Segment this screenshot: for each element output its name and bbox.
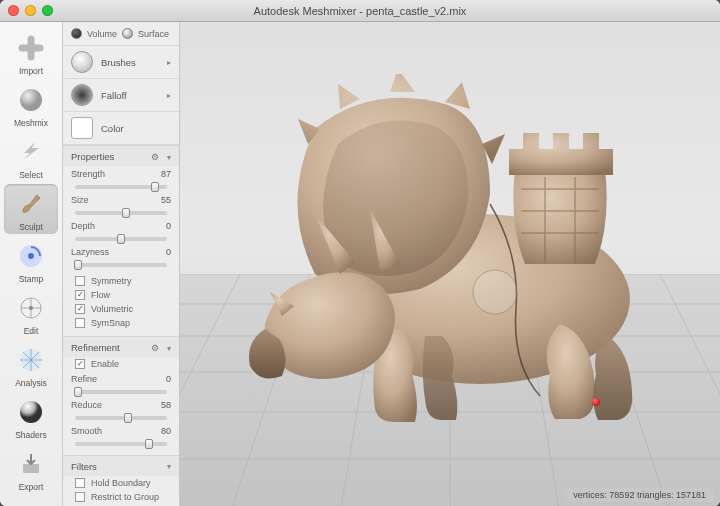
chevron-down-icon: ▾ bbox=[167, 344, 171, 353]
select-tool[interactable]: Select bbox=[4, 132, 58, 182]
shader-sphere-icon bbox=[14, 395, 48, 429]
export-icon bbox=[14, 447, 48, 481]
svg-point-2 bbox=[28, 253, 34, 259]
app-window: Autodesk Meshmixer - penta_castle_v2.mix… bbox=[0, 0, 720, 506]
print-tool[interactable]: Print bbox=[4, 496, 58, 506]
chevron-right-icon: ▸ bbox=[167, 58, 171, 67]
refine-row: Refine 0 bbox=[63, 371, 179, 387]
svg-point-27 bbox=[473, 270, 517, 314]
reduce-row: Reduce 58 bbox=[63, 397, 179, 413]
filters-header[interactable]: Filters ▾ bbox=[63, 455, 179, 476]
triceratops-model bbox=[220, 74, 680, 454]
zoom-window-button[interactable] bbox=[42, 5, 53, 16]
titlebar: Autodesk Meshmixer - penta_castle_v2.mix bbox=[0, 0, 720, 22]
refine-slider[interactable] bbox=[75, 390, 167, 394]
depth-slider[interactable] bbox=[75, 237, 167, 241]
gizmo-marker bbox=[592, 398, 600, 406]
brush-icon bbox=[14, 187, 48, 221]
lazyness-slider[interactable] bbox=[75, 263, 167, 267]
stamp-icon bbox=[14, 239, 48, 273]
svg-point-0 bbox=[20, 89, 42, 111]
traffic-lights bbox=[8, 5, 53, 16]
edit-icon bbox=[14, 291, 48, 325]
color-picker[interactable]: Color bbox=[63, 112, 179, 145]
color-swatch-icon bbox=[71, 117, 93, 139]
volume-mode-toggle[interactable] bbox=[71, 28, 82, 39]
lazyness-row: Lazyness 0 bbox=[63, 244, 179, 260]
brushes-picker[interactable]: Brushes ▸ bbox=[63, 46, 179, 79]
gear-icon: ⚙ bbox=[151, 343, 159, 353]
chevron-down-icon: ▾ bbox=[167, 153, 171, 162]
svg-point-6 bbox=[20, 401, 42, 423]
flow-checkbox[interactable]: Flow bbox=[63, 288, 179, 302]
sculpt-mode-row: Volume Surface bbox=[63, 22, 179, 46]
symmetry-checkbox[interactable]: Symmetry bbox=[63, 274, 179, 288]
surface-mode-toggle[interactable] bbox=[122, 28, 133, 39]
plus-icon bbox=[14, 31, 48, 65]
enable-checkbox[interactable]: Enable bbox=[63, 357, 179, 371]
falloff-preview-icon bbox=[71, 84, 93, 106]
arrow-icon bbox=[14, 135, 48, 169]
size-slider[interactable] bbox=[75, 211, 167, 215]
depth-row: Depth 0 bbox=[63, 218, 179, 234]
strength-slider[interactable] bbox=[75, 185, 167, 189]
app-body: Import Meshmix Select Sculpt bbox=[0, 22, 720, 506]
sphere-icon bbox=[14, 83, 48, 117]
svg-point-4 bbox=[29, 306, 33, 310]
shaders-tool[interactable]: Shaders bbox=[4, 392, 58, 442]
refinement-header[interactable]: Refinement ⚙▾ bbox=[63, 336, 179, 357]
chevron-down-icon: ▾ bbox=[167, 462, 171, 471]
smooth-slider[interactable] bbox=[75, 442, 167, 446]
strength-row: Strength 87 bbox=[63, 166, 179, 182]
falloff-picker[interactable]: Falloff ▸ bbox=[63, 79, 179, 112]
analysis-tool[interactable]: Analysis bbox=[4, 340, 58, 390]
gear-icon: ⚙ bbox=[151, 152, 159, 162]
meshmix-tool[interactable]: Meshmix bbox=[4, 80, 58, 130]
export-tool[interactable]: Export bbox=[4, 444, 58, 494]
left-toolbar: Import Meshmix Select Sculpt bbox=[0, 22, 63, 506]
properties-header[interactable]: Properties ⚙▾ bbox=[63, 145, 179, 166]
brush-preview-icon bbox=[71, 51, 93, 73]
volumetric-checkbox[interactable]: Volumetric bbox=[63, 302, 179, 316]
close-window-button[interactable] bbox=[8, 5, 19, 16]
properties-panel: Volume Surface Brushes ▸ Falloff ▸ Color… bbox=[63, 22, 180, 506]
reduce-slider[interactable] bbox=[75, 416, 167, 420]
mesh-stats: vertices: 78592 triangles: 157181 bbox=[565, 488, 714, 502]
smooth-row: Smooth 80 bbox=[63, 423, 179, 439]
sculpt-tool[interactable]: Sculpt bbox=[4, 184, 58, 234]
chevron-right-icon: ▸ bbox=[167, 91, 171, 100]
restrict-group-checkbox[interactable]: Restrict to Group bbox=[63, 490, 179, 504]
stamp-tool[interactable]: Stamp bbox=[4, 236, 58, 286]
hold-boundary-checkbox[interactable]: Hold Boundary bbox=[63, 476, 179, 490]
import-tool[interactable]: Import bbox=[4, 28, 58, 78]
symsnap-checkbox[interactable]: SymSnap bbox=[63, 316, 179, 330]
window-title: Autodesk Meshmixer - penta_castle_v2.mix bbox=[0, 5, 720, 17]
viewport-3d[interactable]: vertices: 78592 triangles: 157181 bbox=[180, 22, 720, 506]
size-row: Size 55 bbox=[63, 192, 179, 208]
analysis-icon bbox=[14, 343, 48, 377]
model bbox=[180, 22, 720, 506]
minimize-window-button[interactable] bbox=[25, 5, 36, 16]
printer-icon bbox=[14, 499, 48, 506]
edit-tool[interactable]: Edit bbox=[4, 288, 58, 338]
